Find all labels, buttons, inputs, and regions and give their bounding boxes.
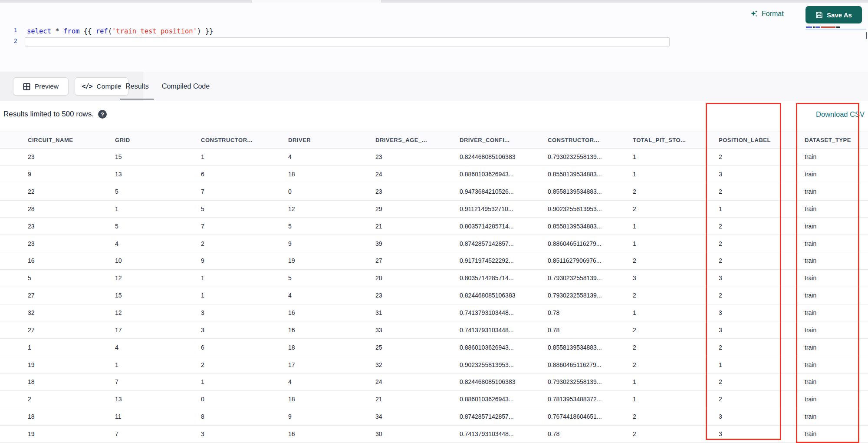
table-cell: train — [805, 378, 868, 385]
tabs-section — [143, 72, 868, 101]
table-cell: 29 — [375, 205, 460, 212]
table-row: 231514230.8244680851063830.7930232558139… — [0, 149, 868, 166]
table-cell: 2 — [633, 292, 719, 299]
table-cell: 23 — [375, 188, 460, 195]
table-cell: 30 — [375, 430, 460, 437]
table-cell: 4 — [288, 378, 375, 385]
minimap-code-line — [806, 26, 841, 28]
table-cell: 0.7413793103448... — [460, 327, 548, 334]
table-cell: 2 — [633, 257, 719, 264]
format-button[interactable]: Format — [750, 10, 784, 18]
table-row: 14618250.8860103626943...0.8558139534883… — [0, 339, 868, 356]
editor-minimap[interactable] — [806, 25, 867, 31]
tab-compiled-code[interactable]: Compiled Code — [159, 72, 212, 101]
table-cell: 0.824468085106383 — [460, 153, 548, 160]
table-cell: 0.9112149532710... — [460, 205, 548, 212]
table-cell: 0.8511627906976... — [548, 257, 633, 264]
table-cell: 1 — [633, 396, 719, 403]
table-cell: train — [805, 240, 868, 247]
editor-scrollbar[interactable] — [866, 32, 867, 39]
dbt-ide-screen: Format Save As 1 2 select * from {{ ref(… — [0, 0, 868, 443]
table-cell: 32 — [28, 309, 115, 316]
code-token-plain: }} — [201, 27, 213, 35]
table-cell: 0.9023255813953... — [460, 361, 548, 368]
table-cell: 1 — [201, 378, 288, 385]
line-number-2: 2 — [8, 37, 17, 44]
table-row: 271514230.8244680851063830.7930232558139… — [0, 287, 868, 304]
table-cell: 3 — [719, 327, 805, 334]
code-token-plain: ) — [197, 27, 201, 35]
table-cell: 6 — [201, 344, 288, 351]
table-cell: 0.9023255813953... — [548, 205, 633, 212]
table-row: 2717316330.7413793103448...0.7823train — [0, 321, 868, 339]
table-cell: 24 — [375, 171, 460, 178]
table-cell: 19 — [288, 257, 375, 264]
table-cell: 0.7930232558139... — [548, 153, 633, 160]
table-cell: 0.824468085106383 — [460, 292, 548, 299]
table-cell: 0.8860103626943... — [460, 171, 548, 178]
help-icon[interactable]: ? — [98, 110, 107, 119]
table-cell: 3 — [633, 274, 719, 281]
table-cell: 2 — [633, 413, 719, 420]
code-brackets-icon: </> — [82, 83, 92, 90]
column-header-driver-confi: DRIVER_CONFI... — [460, 137, 548, 143]
table-cell: 27 — [28, 327, 115, 334]
table-cell: 3 — [719, 171, 805, 178]
table-row: 913618240.8860103626943...0.855813953488… — [0, 166, 868, 183]
table-cell: 3 — [201, 309, 288, 316]
active-line-cursor-box[interactable] — [25, 37, 670, 46]
table-cell: 5 — [201, 205, 288, 212]
code-token-function: ref — [96, 27, 108, 35]
table-cell: 19 — [28, 430, 115, 437]
table-cell: 1 — [633, 309, 719, 316]
table-cell: 22 — [28, 188, 115, 195]
table-cell: 31 — [375, 309, 460, 316]
table-cell: 2 — [633, 430, 719, 437]
table-cell: 17 — [288, 361, 375, 368]
table-cell: train — [805, 153, 868, 160]
table-cell: 1 — [633, 153, 719, 160]
table-cell: train — [805, 309, 868, 316]
table-cell: 18 — [288, 171, 375, 178]
table-cell: 1 — [633, 223, 719, 230]
code-line-1[interactable]: select * from {{ ref('train_test_positio… — [27, 26, 213, 36]
table-cell: train — [805, 171, 868, 178]
minimap-active-line-band — [806, 29, 866, 30]
table-cell: 12 — [115, 274, 201, 281]
preview-button-label: Preview — [35, 83, 59, 90]
table-grid-icon — [23, 83, 30, 90]
table-cell: 9 — [288, 413, 375, 420]
table-row: 181189340.8742857142857...0.767441860465… — [0, 408, 868, 426]
table-cell: train — [805, 344, 868, 351]
table-cell: 2 — [719, 378, 805, 385]
minimap-segment — [836, 26, 840, 28]
table-cell: 1 — [201, 292, 288, 299]
table-cell: 0 — [288, 188, 375, 195]
table-row: 191217320.9023255813953...0.886046511627… — [0, 356, 868, 374]
table-cell: train — [805, 223, 868, 230]
minimap-segment — [806, 26, 812, 28]
sql-editor-pane[interactable]: Format Save As 1 2 select * from {{ ref(… — [0, 3, 868, 72]
table-row: 197316300.7413793103448...0.7823train — [0, 426, 868, 443]
table-cell: 18 — [28, 378, 115, 385]
preview-button[interactable]: Preview — [13, 77, 69, 96]
action-toolbar: Preview </> Compile Results Compiled Cod… — [0, 72, 868, 101]
column-header-total-pit-sto: TOTAL_PIT_STO... — [633, 137, 719, 143]
table-cell: 4 — [288, 292, 375, 299]
tab-compiled-code-label: Compiled Code — [162, 83, 210, 90]
tab-results[interactable]: Results — [120, 72, 154, 101]
table-row: 23429390.8742857142857...0.8860465116279… — [0, 235, 868, 252]
column-header-circuit-name: CIRCUIT_NAME — [28, 137, 115, 143]
save-as-button[interactable]: Save As — [806, 6, 862, 23]
table-cell: 0.78 — [548, 430, 633, 437]
table-cell: 1 — [115, 205, 201, 212]
table-cell: 2 — [719, 153, 805, 160]
table-cell: 12 — [115, 309, 201, 316]
table-cell: 12 — [288, 205, 375, 212]
code-token-keyword: select — [27, 27, 51, 35]
column-header-constructor: CONSTRUCTOR... — [201, 137, 288, 143]
table-cell: 18 — [288, 396, 375, 403]
table-cell: 0.9473684210526... — [460, 188, 548, 195]
table-cell: 4 — [115, 240, 201, 247]
download-csv-link[interactable]: Download CSV — [816, 101, 865, 127]
